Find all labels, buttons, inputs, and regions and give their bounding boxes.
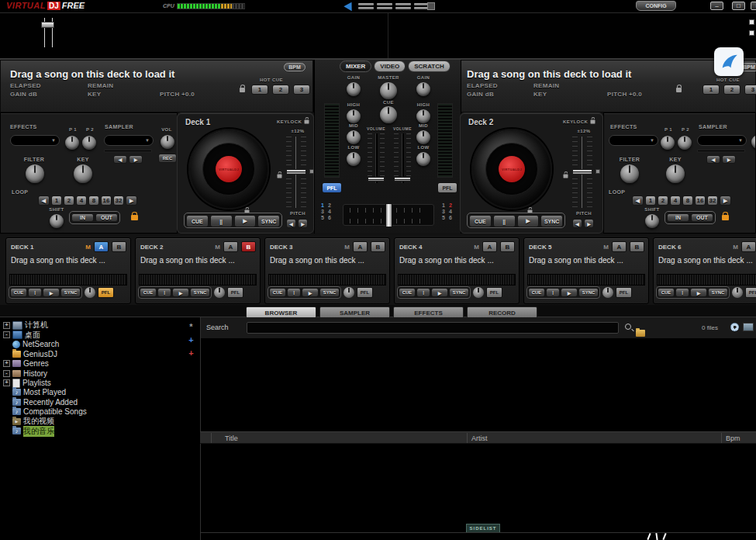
tree-item[interactable]: Recently Added (2, 397, 186, 407)
mini-sync-button[interactable]: SYNC (319, 288, 340, 297)
favorite-folder-icon[interactable]: * (186, 322, 196, 332)
deck2-drag-text[interactable]: Drag a song on this deck to load it (467, 68, 631, 80)
mini-cue-button[interactable]: CUE (399, 288, 416, 297)
search-options-icon[interactable] (625, 324, 631, 330)
pitch-slider[interactable] (286, 137, 306, 208)
waveform-zoom-slider-handle[interactable] (41, 22, 54, 28)
mini-deck-drag-text[interactable]: Drag a song on this deck ... (524, 252, 648, 265)
mini-deck-m-label[interactable]: M (603, 244, 609, 251)
column-title[interactable]: Title (225, 434, 238, 442)
mini-volume-knob[interactable] (473, 287, 484, 298)
deck2-mid-knob[interactable] (416, 130, 430, 144)
deck-number[interactable]: 4 (328, 209, 335, 214)
tree-item[interactable]: 我的音乐 (2, 426, 186, 435)
mini-sync-button[interactable]: SYNC (190, 288, 210, 297)
loop-length-button[interactable]: 2 (658, 196, 668, 206)
hotcue-button[interactable]: 1 (251, 85, 268, 95)
cue-button[interactable]: CUE (469, 215, 492, 227)
loop-length-button[interactable]: 4 (76, 196, 87, 206)
maximize-button[interactable]: □ (732, 2, 745, 10)
mini-deck-a-button[interactable]: A (482, 241, 497, 252)
mini-volume-knob[interactable] (214, 287, 225, 298)
mini-sync-button[interactable]: SYNC (578, 288, 599, 297)
crossfader-handle[interactable] (385, 203, 392, 227)
browse-folder-icon[interactable] (636, 330, 645, 337)
mini-cue-button[interactable]: CUE (658, 288, 675, 297)
tree-expander[interactable]: - (3, 370, 10, 377)
deck2-pfl-button[interactable]: PFL (437, 182, 457, 193)
tree-item[interactable]: GeniusDJ (2, 349, 186, 358)
effects-dropdown[interactable]: ▼ (10, 135, 60, 146)
sampler-next-button[interactable]: ▶ (722, 155, 736, 164)
mini-pfl-button[interactable]: PFL (98, 287, 114, 298)
deck1-bpm-button[interactable]: BPM (284, 63, 306, 71)
mini-pfl-button[interactable]: PFL (616, 287, 632, 298)
master-knob[interactable] (380, 82, 397, 99)
hotcue-button[interactable]: 1 (702, 85, 720, 95)
mini-pfl-button[interactable]: PFL (745, 287, 756, 298)
deck1-mid-knob[interactable] (347, 130, 361, 144)
deck2-jog-wheel[interactable]: VIRTUALDJ (471, 129, 552, 209)
hotcue-button[interactable]: 2 (723, 85, 740, 95)
cue-knob[interactable] (380, 106, 397, 123)
cue-button[interactable]: CUE (186, 215, 209, 227)
mini-sync-button[interactable]: SYNC (60, 288, 81, 297)
pitch-bend-minus-button[interactable]: ◀ (286, 219, 296, 228)
mini-play-button[interactable]: ▶ (690, 288, 707, 297)
mini-sync-button[interactable]: SYNC (449, 288, 469, 297)
deck-number[interactable]: 1 (442, 202, 449, 208)
tree-expander[interactable]: - (3, 331, 10, 338)
sampler-dropdown[interactable]: ▼ (697, 135, 747, 146)
mini-cue-button[interactable]: CUE (140, 288, 157, 297)
loop-lock-icon[interactable] (131, 215, 138, 220)
center-tab[interactable]: SCRATCH (408, 61, 450, 72)
fx-p2-knob[interactable] (82, 136, 96, 150)
search-input[interactable] (247, 322, 619, 334)
deck2-gain-knob[interactable] (416, 82, 430, 96)
mini-volume-knob[interactable] (85, 287, 95, 298)
pitch-bend-plus-button[interactable]: ▶ (584, 219, 594, 228)
loop-shift-knob[interactable] (50, 214, 64, 228)
tree-divider[interactable] (200, 317, 201, 540)
mini-pause-button[interactable]: | (287, 288, 301, 297)
loop-half-button[interactable]: ◀ (38, 196, 50, 206)
layout-compact-button[interactable] (427, 2, 435, 10)
play-button[interactable]: ▶ (517, 215, 540, 227)
mini-deck-a-button[interactable]: A (741, 241, 756, 252)
sampler-vol-knob[interactable] (751, 135, 756, 149)
column-divider[interactable] (467, 433, 468, 443)
mini-play-button[interactable]: ▶ (43, 288, 60, 297)
deck-number[interactable]: 5 (321, 215, 328, 220)
center-tab[interactable]: VIDEO (374, 61, 406, 72)
mini-cue-button[interactable]: CUE (269, 288, 286, 297)
mini-sync-button[interactable]: SYNC (708, 288, 728, 297)
deck1-volume-slider[interactable] (368, 133, 385, 183)
pause-button[interactable]: || (493, 215, 516, 227)
column-divider[interactable] (721, 433, 722, 443)
loop-lock-icon[interactable] (722, 215, 729, 220)
mini-volume-knob[interactable] (602, 287, 613, 298)
mini-deck-m-label[interactable]: M (215, 244, 220, 251)
tree-item[interactable]: + Playlists (2, 378, 186, 387)
deck-number[interactable]: 2 (328, 202, 335, 208)
mini-play-button[interactable]: ▶ (431, 288, 448, 297)
mini-deck-m-label[interactable]: M (85, 244, 91, 251)
tree-expander[interactable]: + (3, 360, 10, 367)
deck-number[interactable]: 3 (442, 209, 449, 214)
loop-length-button[interactable]: 8 (682, 196, 693, 206)
tree-item[interactable]: - 桌面 (2, 330, 186, 339)
mini-pause-button[interactable]: | (546, 288, 560, 297)
mini-deck-b-button[interactable]: B (241, 241, 256, 252)
layout-button-3[interactable] (395, 2, 411, 10)
deck1-jog-wheel[interactable]: VIRTUALDJ (188, 129, 269, 209)
minimize-button[interactable]: – (710, 2, 723, 10)
filter-knob[interactable] (620, 164, 639, 183)
fx-p1-knob[interactable] (661, 136, 675, 150)
mini-pfl-button[interactable]: PFL (227, 287, 243, 298)
lock-icon[interactable] (676, 88, 682, 92)
loop-length-button[interactable]: 16 (101, 196, 112, 206)
mini-volume-knob[interactable] (732, 287, 743, 298)
mini-deck-m-label[interactable]: M (733, 244, 738, 251)
effects-dropdown[interactable]: ▼ (609, 135, 658, 146)
loop-out-button[interactable]: OUT (95, 213, 118, 222)
